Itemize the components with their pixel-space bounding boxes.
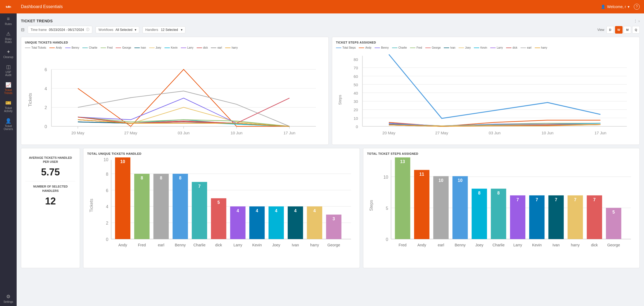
ticket-activity-icon: 🎫	[5, 100, 11, 106]
logo-text: tufin	[6, 5, 11, 8]
avg-tickets-section: AVERAGE TICKETS HANDLED PER USER 5.75	[25, 153, 75, 181]
view-btn-m[interactable]: M	[624, 26, 631, 34]
svg-text:10: 10	[438, 178, 443, 183]
svg-text:Kevin: Kevin	[532, 243, 542, 247]
risky-rules-icon: ⚠	[6, 31, 10, 37]
collapse-panel-icon[interactable]: ›	[638, 19, 640, 23]
svg-text:4: 4	[294, 208, 297, 213]
rules-icon: ≡	[7, 16, 10, 22]
help-icon[interactable]: ?	[634, 4, 640, 10]
handlers-label: Handlers	[145, 28, 158, 32]
bar-charlie	[491, 189, 506, 239]
legend-george: George	[425, 46, 441, 49]
svg-text:Fred: Fred	[399, 243, 407, 247]
svg-text:George: George	[327, 243, 340, 247]
svg-text:10 Jun: 10 Jun	[230, 131, 242, 135]
num-handlers-label: NUMBER OF SELECTED HANDLERS	[25, 185, 75, 193]
filter-icon[interactable]: ⊟	[21, 27, 24, 32]
svg-text:8: 8	[497, 190, 500, 195]
svg-text:Charlie: Charlie	[193, 243, 206, 247]
sidebar-item-label: Settings	[3, 300, 13, 303]
sidebar-item-ticket-owners[interactable]: 👤 TicketOwners	[0, 115, 17, 133]
svg-text:Benny: Benny	[455, 243, 466, 247]
legend-andy: Andy	[49, 46, 62, 49]
svg-text:50: 50	[354, 83, 358, 87]
svg-text:20: 20	[354, 108, 358, 112]
ticket-owners-icon: 👤	[5, 118, 11, 124]
timeframe-filter[interactable]: Time frame 05/23/2024 - 06/17/2024 ⓘ	[28, 26, 92, 34]
svg-text:0: 0	[106, 237, 108, 242]
bar-benny	[173, 174, 188, 239]
sidebar-item-settings[interactable]: ⚙ Settings	[0, 291, 17, 306]
view-btn-w[interactable]: W	[615, 26, 623, 34]
info-icon: ⓘ	[86, 27, 89, 32]
avg-tickets-value: 5.75	[25, 167, 75, 178]
charts-top-row: UNIQUE TICKETS HANDLED Total Tickets And…	[21, 37, 640, 145]
sidebar-item-ticket-activity[interactable]: 🎫 TicketActivity	[0, 97, 17, 115]
usp-audit-icon: ◫	[6, 64, 11, 70]
total-ticket-steps-chart: 0 5 10 Steps 13 Fred 11 Andy	[367, 157, 636, 263]
svg-text:7: 7	[555, 197, 557, 202]
svg-text:10: 10	[354, 116, 358, 121]
ticket-steps-card: TICKET STEPS ASSIGNED Total Steps Andy B…	[332, 37, 640, 145]
svg-text:7: 7	[574, 197, 576, 202]
svg-text:5: 5	[386, 206, 388, 210]
legend-dick: dick	[197, 46, 208, 49]
chevron-down-icon: ▾	[135, 28, 136, 32]
svg-text:0: 0	[356, 125, 358, 129]
sidebar-item-cleanup[interactable]: ✦ Cleanup	[0, 46, 17, 61]
bar-earl	[153, 174, 169, 239]
svg-text:Larry: Larry	[233, 243, 242, 247]
legend-kevin: Kevin	[474, 46, 487, 49]
legend-ivan: Ivan	[134, 46, 146, 49]
app-logo: tufin	[0, 0, 17, 13]
sidebar-item-ticket-trends[interactable]: 📈 TicketTrends	[0, 79, 17, 97]
sidebar-item-usp-audit[interactable]: ◫ USPAudit	[0, 61, 17, 79]
bar-andy	[414, 170, 429, 239]
expand-icon[interactable]: ⋮	[634, 19, 637, 23]
timeframe-value: 05/23/2024 - 06/17/2024	[49, 28, 84, 32]
view-btn-d[interactable]: D	[606, 26, 614, 34]
legend-kevin: Kevin	[164, 46, 178, 49]
unique-tickets-chart: 0 2 4 6 Tickets 20 May 27 May 03 Jun 10 …	[25, 51, 325, 140]
legend-earl: earl	[211, 46, 222, 49]
legend-andy: Andy	[359, 46, 371, 49]
ticket-steps-chart: 0 10 20 30 40 50 60 70 80 Steps 20 May 2…	[336, 51, 636, 140]
svg-text:5: 5	[612, 210, 615, 214]
legend-larry: Larry	[490, 46, 503, 49]
svg-text:3: 3	[332, 216, 335, 221]
svg-text:4: 4	[313, 208, 316, 213]
bar-fred	[395, 157, 410, 239]
user-menu[interactable]: 👤 Welcome, r ▾	[601, 5, 630, 9]
svg-text:harry: harry	[310, 243, 319, 247]
legend-benny: Benny	[65, 46, 79, 49]
svg-text:Benny: Benny	[175, 243, 186, 247]
svg-text:George: George	[607, 243, 620, 247]
view-btn-q[interactable]: Q	[632, 26, 640, 34]
svg-text:Joey: Joey	[272, 243, 280, 247]
ticket-steps-legend: Total Steps Andy Benny Charlie Fred Geor…	[336, 46, 636, 49]
svg-text:Fred: Fred	[138, 243, 146, 247]
svg-text:8: 8	[179, 175, 181, 180]
svg-text:7: 7	[593, 197, 596, 202]
workflows-filter[interactable]: Workflows All Selected ▾	[96, 26, 139, 33]
svg-text:80: 80	[354, 57, 358, 62]
bar-earl	[433, 176, 449, 239]
sidebar-item-rules[interactable]: ≡ Rules	[0, 13, 17, 28]
sidebar-item-risky-rules[interactable]: ⚠ RiskyRules	[0, 28, 17, 46]
svg-text:4: 4	[237, 208, 239, 213]
svg-text:6: 6	[45, 67, 47, 72]
svg-text:10: 10	[104, 157, 108, 162]
svg-text:2: 2	[106, 221, 108, 225]
svg-text:40: 40	[354, 91, 358, 95]
svg-text:8: 8	[141, 175, 143, 180]
svg-text:Tickets: Tickets	[28, 93, 32, 107]
legend-benny: Benny	[375, 46, 389, 49]
sidebar-item-label: TicketOwners	[4, 125, 13, 131]
content-area: TICKET TRENDS ⋮ › ⊟ Time frame 05/23/202…	[17, 13, 644, 306]
svg-text:13: 13	[400, 159, 405, 164]
legend-charlie: Charlie	[392, 46, 407, 49]
svg-text:60: 60	[354, 74, 358, 79]
svg-text:4: 4	[45, 86, 47, 91]
handlers-filter[interactable]: Handlers 12 Selected ▾	[142, 26, 185, 33]
